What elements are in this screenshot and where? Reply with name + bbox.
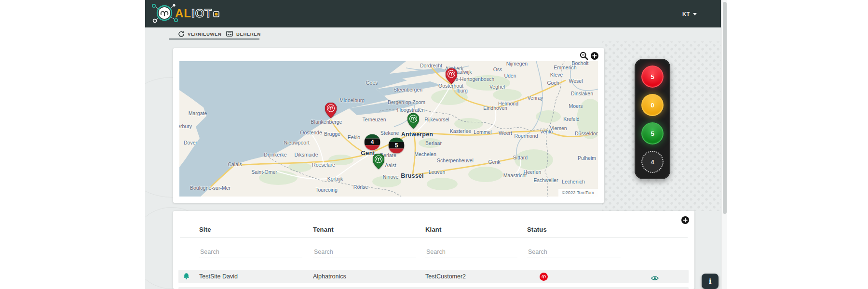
map-toolbar xyxy=(580,52,599,60)
map-city-label: Rijkevorsel xyxy=(424,117,449,122)
tab-vernieuwen[interactable]: VERNIEUWEN xyxy=(178,28,221,39)
map-pin-ok[interactable] xyxy=(373,154,384,169)
user-menu-label: KT xyxy=(682,11,690,17)
map-pin-alarm[interactable] xyxy=(446,68,457,84)
zoom-out-icon[interactable] xyxy=(580,52,588,60)
user-menu[interactable]: KT xyxy=(682,9,697,19)
search-input-site[interactable] xyxy=(199,246,302,258)
map-city-label: Scherpenheuvel xyxy=(437,158,474,163)
map-city-label: Düsseldorf xyxy=(575,131,598,136)
map-city-label: Eschweiler xyxy=(534,177,558,183)
map-city-label: Roermond xyxy=(514,133,538,139)
aliot-logo-icon: AL IOT xyxy=(149,2,236,25)
map-city-label: Blankenberge xyxy=(311,119,342,125)
map-city-label: Hoogstraten xyxy=(397,107,424,113)
svg-text:IOT: IOT xyxy=(191,7,212,20)
map-city-label: Goch xyxy=(547,80,559,86)
map-city-label: Steenbergen xyxy=(393,87,422,92)
column-header-status[interactable]: Status xyxy=(527,226,547,233)
traffic-light-alarm: 5 xyxy=(641,66,664,88)
app-window: AL IOT KT VERNIEUWEN BE xyxy=(145,0,721,289)
map-cluster-marker[interactable]: 4 xyxy=(365,134,380,150)
map-city-label: Kasterlee xyxy=(450,128,471,134)
map-city-label: Middelburg xyxy=(339,97,365,103)
eye-icon[interactable] xyxy=(651,274,659,283)
map-city-label: Lommel xyxy=(474,129,491,135)
map-city-label: Veghel xyxy=(489,84,505,90)
map-city-label: Brussel xyxy=(401,172,423,179)
map-city-label: 's-Hertogenbosch xyxy=(455,76,494,82)
app-header: AL IOT KT xyxy=(145,0,721,27)
add-site-button[interactable] xyxy=(681,216,690,224)
column-header-site[interactable]: Site xyxy=(199,226,211,233)
chevron-down-icon xyxy=(693,13,697,15)
manage-icon xyxy=(226,31,233,37)
traffic-light-inactive: 4 xyxy=(641,151,664,173)
add-marker-icon[interactable] xyxy=(590,52,599,60)
traffic-light-ok: 5 xyxy=(641,122,664,144)
table-row-partial[interactable] xyxy=(178,287,689,289)
map-city-label: Brugge xyxy=(324,131,340,137)
search-input-tenant[interactable] xyxy=(313,246,416,258)
map-attribution: ©2022 TomTom xyxy=(558,189,598,197)
svg-text:AL: AL xyxy=(175,7,191,20)
tab-label: BEHEREN xyxy=(236,31,261,37)
table-row[interactable]: TestSite David Alphatronics TestCustomer… xyxy=(178,270,689,283)
map-city-label: Nieuwpoort xyxy=(284,140,309,145)
scrollbar-thumb[interactable] xyxy=(723,2,727,214)
map-city-label: Terneuzen xyxy=(362,117,386,122)
column-header-klant[interactable]: Klant xyxy=(425,226,442,233)
sites-table-card: Site Tenant Klant Status TestSite David … xyxy=(173,211,694,289)
map-city-label: Oss xyxy=(493,66,502,72)
map-city-label: Tourcoing xyxy=(315,187,338,193)
tab-label: VERNIEUWEN xyxy=(188,31,221,37)
map-cluster-marker[interactable]: 5 xyxy=(389,138,405,154)
info-button[interactable]: i xyxy=(702,274,719,289)
header-divider xyxy=(180,237,688,238)
traffic-light-count: 5 xyxy=(651,130,654,137)
cell-klant: TestCustomer2 xyxy=(425,273,466,280)
aliot-logo[interactable]: AL IOT xyxy=(149,2,236,25)
map-city-label: Saint-Omer xyxy=(251,169,277,175)
map-city-label: Boulogne-sur-Mer xyxy=(190,185,231,191)
map-city-label: Nijmegen xyxy=(506,61,528,66)
map-city-label: Roeselare xyxy=(312,162,335,168)
column-header-tenant[interactable]: Tenant xyxy=(313,226,334,233)
refresh-icon xyxy=(178,31,184,37)
map-city-label: Lechenich xyxy=(562,179,585,184)
map-city-label: Eeklo xyxy=(348,134,360,140)
map-city-label: Weert xyxy=(499,130,512,136)
map-city-label: Aalst xyxy=(385,162,396,168)
page-scrollbar[interactable] xyxy=(721,0,727,289)
map-city-label: Canterbury xyxy=(179,123,192,129)
map[interactable]: NijmegenDordrechtAlmkerkOssUdenWaalwijkO… xyxy=(179,61,598,197)
map-city-label: Leuven xyxy=(429,169,445,175)
map-city-label: Dinslaken xyxy=(571,91,593,96)
map-city-label: Stekene xyxy=(380,130,399,136)
traffic-light-count: 5 xyxy=(651,73,654,80)
map-city-label: Moers xyxy=(569,103,583,109)
bell-icon xyxy=(183,273,190,282)
status-alarm-icon xyxy=(540,273,548,283)
map-city-label: Mechelen xyxy=(414,151,436,157)
search-input-klant[interactable] xyxy=(425,246,517,258)
map-pin-ok[interactable] xyxy=(407,113,419,129)
map-card: NijmegenDordrechtAlmkerkOssUdenWaalwijkO… xyxy=(173,48,604,203)
traffic-light-warning: 0 xyxy=(641,94,664,116)
map-city-label: Helmond xyxy=(498,101,518,106)
map-city-label: Genk xyxy=(488,159,500,165)
map-city-label: Wesel xyxy=(569,78,583,84)
map-city-label: Dordrecht xyxy=(420,63,442,68)
map-pin-alarm[interactable] xyxy=(325,103,337,118)
map-city-label: Ronse xyxy=(353,184,368,190)
map-city-label: Duinkerke xyxy=(264,152,286,158)
traffic-light-count: 0 xyxy=(651,102,654,109)
tab-beheren[interactable]: BEHEREN xyxy=(226,28,261,39)
map-city-label: Calais xyxy=(228,161,242,167)
map-city-label: Berlaar xyxy=(425,140,442,146)
cell-tenant: Alphatronics xyxy=(313,273,346,280)
map-city-label: Oostende xyxy=(300,130,322,135)
map-city-label: Kortrijk xyxy=(327,176,343,182)
map-city-label: Venray xyxy=(528,95,543,101)
search-input-status[interactable] xyxy=(527,246,621,258)
